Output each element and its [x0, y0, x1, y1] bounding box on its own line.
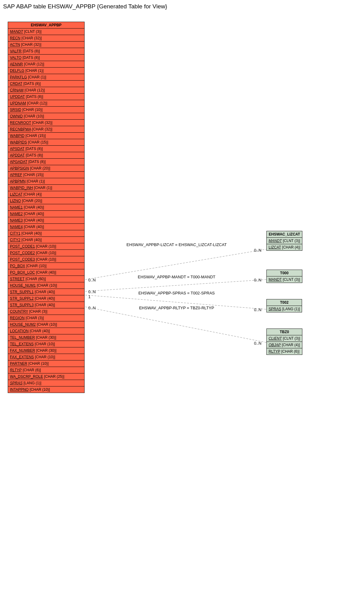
field-row: RECN [CHAR (32)]	[8, 35, 84, 42]
field-name: LOCATION	[10, 329, 29, 333]
entity-header: T000	[267, 270, 302, 276]
field-type: [CHAR (40)]	[23, 218, 44, 223]
field-row: SRSID [CHAR (10)]	[8, 107, 84, 113]
field-row: PARKFLG [CHAR (1)]	[8, 74, 84, 81]
field-type: [CHAR (32)]	[31, 121, 52, 125]
field-row: CRDAT [DATS (8)]	[8, 81, 84, 87]
field-type: [CHAR (10)]	[35, 244, 56, 249]
field-name: NAME2	[10, 212, 23, 216]
field-name: MANDT	[269, 277, 282, 282]
entity-header: EHSWAC_LIZCAT	[267, 231, 302, 238]
field-type: [CHAR (40)]	[20, 238, 42, 242]
field-type: [CHAR (40)]	[20, 231, 42, 236]
field-row: POST_CODE3 [CHAR (10)]	[8, 256, 84, 263]
field-row: REGION [CHAR (3)]	[8, 315, 84, 321]
field-row: INTAPPNO [CHAR (10)]	[8, 386, 84, 393]
field-row: STREET [CHAR (60)]	[8, 276, 84, 282]
field-type: [DATS (8)]	[22, 82, 41, 86]
field-type: [DATS (8)]	[27, 160, 46, 164]
field-name: HOUSE_NUM1	[10, 283, 36, 288]
field-name: FAX_NUMBER	[10, 348, 35, 353]
field-row: CLIENT [CLNT (3)]	[267, 335, 302, 342]
field-type: [CHAR (60)]	[24, 277, 46, 281]
field-type: [CHAR (1)]	[33, 186, 52, 190]
field-row: APBPSIGN [CHAR (20)]	[8, 165, 84, 172]
field-row: CITY1 [CHAR (40)]	[8, 230, 84, 237]
field-row: OBJAP [CHAR (4)]	[267, 342, 302, 348]
cardinality-left: 0..N	[88, 278, 96, 282]
field-type: [CHAR (32)]	[20, 36, 42, 40]
field-row: AENNR [CHAR (12)]	[8, 61, 84, 68]
field-name: VALFR	[10, 49, 22, 53]
field-row: MANDT [CLNT (3)]	[267, 238, 302, 244]
field-name: VALTO	[10, 55, 21, 60]
field-type: [CHAR (4)]	[281, 245, 300, 249]
field-type: [DATS (8)]	[22, 49, 40, 53]
field-type: [CHAR (12)]	[23, 62, 44, 66]
field-row: STR_SUPPL1 [CHAR (40)]	[8, 289, 84, 295]
field-type: [CHAR (40)]	[29, 329, 50, 333]
field-type: [DATS (8)]	[25, 153, 43, 157]
field-row: PO_BOX_LOC [CHAR (40)]	[8, 269, 84, 276]
field-name: LIZCAT	[269, 245, 281, 249]
field-row: NAME4 [CHAR (40)]	[8, 224, 84, 230]
field-type: [CHAR (25)]	[43, 374, 64, 379]
field-name: INTAPPNO	[10, 387, 29, 392]
field-type: [CHAR (1)]	[27, 75, 46, 79]
field-row: VALTO [DATS (8)]	[8, 55, 84, 61]
field-row: WABPIDS [CHAR (15)]	[8, 139, 84, 146]
field-type: [CHAR (3)]	[28, 309, 47, 314]
ref-entity: TBZ0CLIENT [CLNT (3)]OBJAP [CHAR (4)]RLT…	[266, 329, 302, 355]
field-type: [CLNT (3)]	[23, 29, 42, 34]
field-name: RECNROOT	[10, 121, 31, 125]
field-row: LIZNO [CHAR (20)]	[8, 198, 84, 204]
field-name: CITY1	[10, 231, 20, 236]
ref-entity: T000MANDT [CLNT (3)]	[266, 270, 302, 283]
field-name: WABPID_INH	[10, 186, 33, 190]
field-row: APSDAT [DATS (8)]	[8, 146, 84, 152]
field-name: CRNAM	[10, 88, 24, 92]
field-type: [CHAR (15)]	[24, 134, 46, 138]
field-name: WABPIDS	[10, 140, 27, 144]
field-type: [CHAR (12)]	[24, 88, 45, 92]
relation-label: EHSWAV_APPBP-LIZCAT = EHSWAC_LIZCAT-LIZC…	[126, 242, 226, 247]
field-name: STR_SUPPL3	[10, 303, 34, 307]
field-row: FAX_EXTENS [CHAR (10)]	[8, 354, 84, 360]
field-row: TEL_NUMBER [CHAR (30)]	[8, 334, 84, 341]
field-type: [CHAR (20)]	[29, 166, 50, 170]
field-type: [CHAR (1)]	[24, 68, 44, 73]
field-type: [CHAR (4)]	[22, 192, 42, 196]
field-name: APBPMN	[10, 179, 26, 183]
field-type: [CHAR (10)]	[35, 257, 56, 262]
field-row: MANDT [CLNT (3)]	[267, 276, 302, 283]
field-row: UPDDAT [DATS (8)]	[8, 94, 84, 100]
field-name: REGION	[10, 316, 24, 320]
field-type: [CHAR (15)]	[27, 140, 48, 144]
cardinality-left: 0..N	[88, 306, 96, 310]
cardinality-left: 1	[88, 294, 90, 299]
field-type: [CHAR (10)]	[25, 264, 46, 268]
field-type: [CHAR (20)]	[21, 199, 42, 203]
entity-header: TBZ0	[267, 329, 302, 335]
field-row: VALFR [DATS (8)]	[8, 48, 84, 55]
field-row: NAME1 [CHAR (40)]	[8, 204, 84, 211]
field-name: MANDT	[269, 239, 282, 243]
field-name: PARTNER	[10, 361, 27, 366]
field-row: OWNID [CHAR (10)]	[8, 113, 84, 120]
svg-line-1	[85, 280, 266, 291]
field-type: [DATS (8)]	[25, 95, 43, 99]
field-type: [CHAR (15)]	[22, 173, 44, 177]
field-name: SPRAS	[269, 307, 281, 311]
field-name: WABPID	[10, 134, 24, 138]
field-row: APREF [CHAR (15)]	[8, 172, 84, 178]
field-row: PO_BOX [CHAR (10)]	[8, 263, 84, 269]
field-row: RLTYP [CHAR (6)]	[8, 367, 84, 373]
field-row: RECNBPWA [CHAR (32)]	[8, 126, 84, 133]
field-type: [CHAR (10)]	[27, 361, 49, 366]
field-name: STREET	[10, 277, 24, 281]
field-row: POST_CODE2 [CHAR (10)]	[8, 250, 84, 256]
field-name: NAME1	[10, 205, 23, 210]
field-type: [CHAR (40)]	[34, 303, 55, 307]
field-name: APGADAT	[10, 160, 27, 164]
field-row: WABPID_INH [CHAR (1)]	[8, 185, 84, 191]
